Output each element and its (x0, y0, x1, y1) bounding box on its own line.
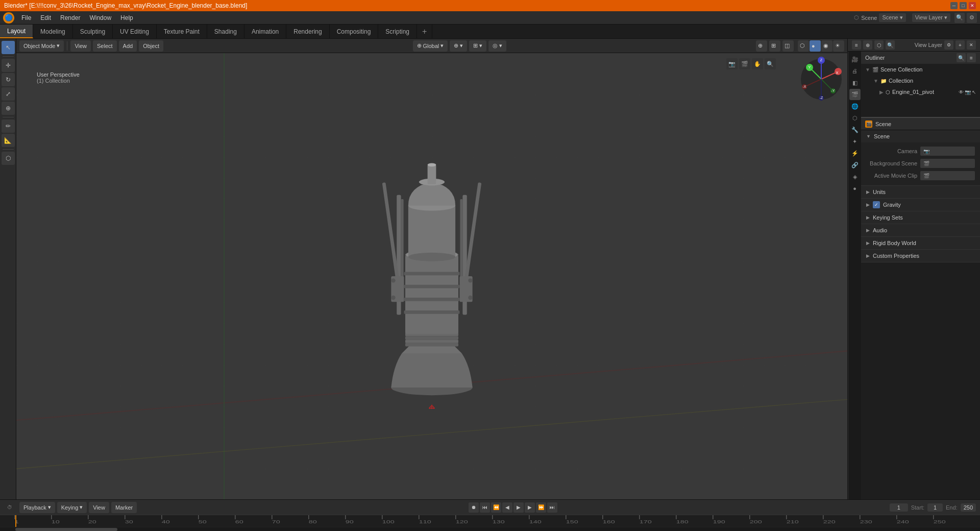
background-scene-field[interactable]: 🎬 (920, 159, 975, 168)
view-menu-timeline[interactable]: View (89, 502, 109, 513)
prev-keyframe[interactable]: ⏪ (491, 502, 501, 513)
overlay-toggle[interactable]: ⊞ (769, 40, 780, 52)
scale-tool[interactable]: ⤢ (2, 87, 15, 101)
panel-icon-2[interactable]: ⊕ (863, 40, 872, 50)
outliner-collection[interactable]: ▼ 📁 Collection (861, 75, 980, 86)
timeline-scrollbar[interactable] (0, 527, 980, 531)
wireframe-mode[interactable]: ⬡ (798, 40, 809, 52)
gravity-header[interactable]: ▶ ✓ Gravity (861, 199, 980, 211)
viewport-hand-btn[interactable]: ✋ (752, 58, 763, 69)
tab-layout[interactable]: Layout (0, 25, 33, 38)
panel-icon-3[interactable]: ⬡ (874, 40, 884, 50)
camera-field[interactable]: 📷 (920, 147, 975, 156)
playback-menu[interactable]: Playback ▾ (19, 502, 55, 513)
camera-icon-row[interactable]: 📷 (965, 89, 971, 95)
outliner-engine-01[interactable]: ▶ ⬡ Engine_01_pivot 👁 📷 ↖ (861, 86, 980, 98)
move-tool[interactable]: ✛ (2, 59, 15, 72)
panel-icon-1[interactable]: ≡ (852, 40, 861, 50)
view-layer-x[interactable]: ✕ (967, 40, 976, 50)
add-cube-tool[interactable]: ⬡ (2, 152, 15, 165)
tab-scripting[interactable]: Scripting (378, 25, 417, 38)
view-layer-add[interactable]: + (955, 40, 965, 50)
global-transform[interactable]: ⊕ Global ▾ (413, 40, 448, 52)
xray-toggle[interactable]: ◫ (782, 40, 794, 52)
jump-to-start[interactable]: ⏮ (480, 502, 490, 513)
active-movie-clip-field[interactable]: 🎬 (920, 171, 975, 180)
tab-uv-editing[interactable]: UV Editing (113, 25, 157, 38)
annotate-tool[interactable]: ✏ (2, 119, 15, 133)
viewport-canvas[interactable]: User Perspective (1) Collection 📷 🎬 ✋ 🔍 … (16, 53, 847, 499)
solid-mode[interactable]: ● (810, 40, 821, 52)
proportional-edit[interactable]: ◎ ▾ (488, 40, 506, 52)
prop-material-icon[interactable]: ● (849, 183, 861, 194)
blender-logo[interactable]: 🔵 (3, 12, 14, 23)
select-menu[interactable]: Select (93, 40, 117, 52)
rendered-mode[interactable]: ☀ (833, 40, 844, 52)
menu-file[interactable]: File (17, 13, 35, 22)
next-keyframe[interactable]: ⏩ (536, 502, 546, 513)
axes-gizmo[interactable]: X Y Z -X -Y (798, 56, 844, 102)
custom-properties-header[interactable]: ▶ Custom Properties (861, 250, 980, 262)
prop-physics-icon[interactable]: ⚡ (849, 148, 861, 159)
start-frame[interactable]: 1 (927, 503, 943, 512)
tab-add[interactable]: + (417, 25, 432, 38)
rigid-body-world-header[interactable]: ▶ Rigid Body World (861, 237, 980, 249)
viewport-zoom-btn[interactable]: 🔍 (765, 58, 776, 69)
close-button[interactable]: ✕ (969, 2, 976, 9)
minimize-button[interactable]: ─ (950, 2, 958, 9)
material-preview[interactable]: ◉ (821, 40, 832, 52)
prop-particles-icon[interactable]: ✦ (849, 136, 861, 147)
next-frame[interactable]: ▶ (525, 502, 535, 513)
object-menu[interactable]: Object (139, 40, 163, 52)
prop-scene-icon[interactable]: 🎬 (849, 89, 861, 100)
rotate-tool[interactable]: ↻ (2, 73, 15, 86)
view-layer-settings[interactable]: ⚙ (944, 40, 953, 50)
menu-edit[interactable]: Edit (36, 13, 55, 22)
select-tool[interactable]: ↖ (2, 41, 15, 54)
measure-tool[interactable]: 📐 (2, 134, 15, 147)
pivot-point[interactable]: ⊕ ▾ (450, 40, 467, 52)
tab-rendering[interactable]: Rendering (286, 25, 329, 38)
outliner-scene-collection[interactable]: ▼ 🎬 Scene Collection (861, 64, 980, 75)
prop-modifier-icon[interactable]: 🔧 (849, 124, 861, 135)
select-icon[interactable]: ↖ (972, 89, 976, 95)
gravity-checkbox[interactable]: ✓ (873, 201, 880, 208)
settings-button[interactable]: ⚙ (967, 13, 977, 23)
prop-constraints-icon[interactable]: 🔗 (849, 159, 861, 171)
menu-window[interactable]: Window (85, 13, 115, 22)
scene-dropdown[interactable]: Scene ▾ (879, 13, 905, 22)
viewport-camera-btn[interactable]: 📷 (726, 58, 738, 69)
tab-sculpting[interactable]: Sculpting (73, 25, 113, 38)
panel-icon-4[interactable]: 🔍 (886, 40, 895, 50)
snap-toggle[interactable]: ⊞ ▾ (469, 40, 486, 52)
keying-menu[interactable]: Keying ▾ (57, 502, 87, 513)
gizmo-toggle[interactable]: ⊕ (756, 40, 767, 52)
prop-output-icon[interactable]: 🖨 (849, 65, 861, 77)
scene-section-header[interactable]: ▼ Scene (861, 130, 980, 142)
prop-world-icon[interactable]: 🌐 (849, 101, 861, 112)
menu-render[interactable]: Render (56, 13, 84, 22)
keying-sets-header[interactable]: ▶ Keying Sets (861, 211, 980, 224)
tab-shading[interactable]: Shading (207, 25, 244, 38)
timeline-icon[interactable]: ⏱ (4, 502, 15, 513)
jump-to-end[interactable]: ⏭ (547, 502, 557, 513)
prop-object-icon[interactable]: ⬡ (849, 112, 861, 124)
tab-animation[interactable]: Animation (244, 25, 286, 38)
view-layer-dropdown[interactable]: View Layer ▾ (912, 13, 950, 22)
viewport-render-btn[interactable]: 🎬 (739, 58, 750, 69)
current-frame[interactable]: 1 (890, 503, 908, 512)
add-menu[interactable]: Add (119, 40, 137, 52)
prop-data-icon[interactable]: ◈ (849, 171, 861, 182)
transform-tool[interactable]: ⊕ (2, 102, 15, 115)
maximize-button[interactable]: □ (960, 2, 967, 9)
viewport[interactable]: Object Mode ▾ View Select Add Object ⊕ G… (16, 39, 847, 499)
units-header[interactable]: ▶ Units (861, 186, 980, 198)
outliner-filter[interactable]: ≡ (967, 53, 976, 62)
menu-help[interactable]: Help (116, 13, 137, 22)
tab-texture-paint[interactable]: Texture Paint (157, 25, 207, 38)
play[interactable]: ▶ (513, 502, 524, 513)
outliner-search[interactable]: 🔍 (957, 53, 966, 62)
play-pause-toggle[interactable]: ⏺ (469, 502, 479, 513)
prop-view-icon[interactable]: ◧ (849, 77, 861, 88)
object-mode-dropdown[interactable]: Object Mode ▾ (19, 40, 64, 52)
